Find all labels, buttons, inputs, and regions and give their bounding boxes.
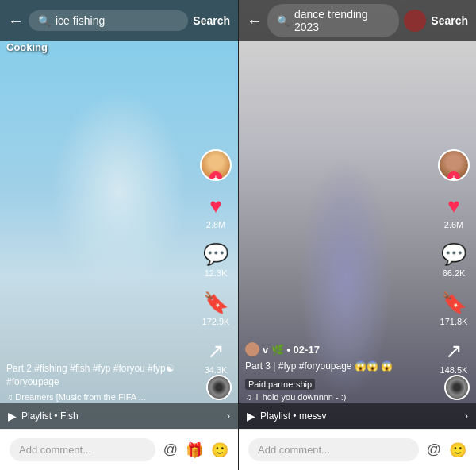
share-btn-left[interactable]: ↗ 34.3K [205,339,228,375]
search-input-wrapper-right: 🔍 dance trending 2023 [267,4,399,37]
comment-btn-left[interactable]: 💬 12.3K [203,242,228,278]
bookmark-btn-right[interactable]: 🔖 171.8K [440,291,468,326]
right-panel: ← 🔍 dance trending 2023 Search + ♥ 2.6M … [238,0,476,470]
playlist-icon-right: ▶ [247,410,255,422]
action-buttons-left: + ♥ 2.8M 💬 12.3K 🔖 172.9K ↗ 34.3K [200,149,232,375]
search-bar-left: ← 🔍 ice fishing Search [0,0,238,41]
video-music-left: ♫ Dreamers [Music from the FIFA ... [6,392,190,402]
search-query-left[interactable]: ice fishing [56,14,178,27]
music-disc-left [206,375,232,400]
search-icon-left: 🔍 [38,15,51,27]
heart-icon-right: ♥ [447,194,459,218]
like-count-left: 2.8M [206,220,225,229]
share-btn-right[interactable]: ↗ 148.5K [440,339,468,375]
search-button-left[interactable]: Search [193,14,230,27]
search-icon-right: 🔍 [277,15,290,27]
avatar-container-right[interactable]: + [438,149,470,181]
like-count-right: 2.6M [444,220,463,229]
bookmark-icon-right: 🔖 [441,291,466,315]
like-btn-right[interactable]: ♥ 2.6M [444,194,463,229]
video-description-left: Part 2 #fishing #fish #fyp #foryou #fyp☯… [6,362,190,389]
share-count-left: 34.3K [205,365,228,375]
bookmark-btn-left[interactable]: 🔖 172.9K [202,291,230,326]
comment-input-right[interactable]: Add comment... [248,438,419,461]
bookmark-icon-left: 🔖 [203,291,228,315]
comment-bar-right: Add comment... @ 🙂 [239,429,476,470]
comment-count-right: 66.2K [443,268,466,278]
action-buttons-right: + ♥ 2.6M 💬 66.2K 🔖 171.8K ↗ 148.5K [438,149,470,375]
playlist-icon-left: ▶ [8,410,17,422]
playlist-chevron-left: › [227,410,230,422]
at-icon-right[interactable]: @ [427,441,441,458]
back-button-right[interactable]: ← [247,12,263,30]
video-music-right: ♫ ill hold you downnnn - :) [245,392,428,402]
video-username-right: v 🌿 • 02-17 [245,342,428,356]
user-avatar-search-right [404,10,426,32]
comment-icon-left: 💬 [203,242,228,267]
paid-partnership-badge: Paid partnership [245,379,315,390]
search-bar-right: ← 🔍 dance trending 2023 Search [239,0,476,41]
comment-icons-left: @ 🎁 🙂 [163,441,228,459]
left-panel: Cooking ← 🔍 ice fishing Search + ♥ 2.8M … [0,0,238,470]
share-icon-right: ↗ [445,339,463,364]
like-btn-left[interactable]: ♥ 2.8M [206,194,225,229]
share-icon-left: ↗ [207,339,225,364]
comment-btn-right[interactable]: 💬 66.2K [441,242,466,278]
search-button-right[interactable]: Search [431,14,468,27]
video-info-left: Part 2 #fishing #fish #fyp #foryou #fyp☯… [6,362,190,402]
avatar-left[interactable]: + [200,149,232,181]
playlist-bar-left[interactable]: ▶ Playlist • Fish › [0,403,238,429]
heart-icon-left: ♥ [209,194,221,218]
music-disc-right [444,375,470,400]
avatar-container-left[interactable]: + [200,149,232,181]
gift-icon-left[interactable]: 🎁 [186,441,203,459]
playlist-bar-right[interactable]: ▶ Playlist • messv › [239,403,476,429]
avatar-right[interactable]: + [438,149,470,181]
at-icon-left[interactable]: @ [163,441,178,458]
playlist-label-left: Playlist • Fish [21,410,222,422]
bookmark-count-right: 171.8K [440,317,468,326]
user-avatar-small-right [245,342,259,356]
playlist-label-right: Playlist • messv [260,410,460,422]
follow-plus-right: + [447,171,460,181]
follow-plus-left: + [209,171,222,181]
comment-count-left: 12.3K [205,268,228,278]
emoji-icon-left[interactable]: 🙂 [211,441,228,459]
back-button-left[interactable]: ← [8,12,24,30]
comment-bar-left: Add comment... @ 🎁 🙂 [0,429,238,470]
comment-icon-right: 💬 [441,242,466,267]
search-query-right[interactable]: dance trending 2023 [294,8,390,33]
share-count-right: 148.5K [440,365,468,375]
video-description-right: Part 3 | #fyp #foryoupage 😱😱 😱 [245,360,428,373]
playlist-chevron-right: › [465,410,468,422]
search-input-wrapper-left: 🔍 ice fishing [29,10,188,31]
comment-input-left[interactable]: Add comment... [10,438,155,461]
bookmark-count-left: 172.9K [202,317,230,326]
emoji-icon-right[interactable]: 🙂 [449,441,466,459]
cooking-label: Cooking [6,41,48,53]
comment-icons-right: @ 🙂 [427,441,466,459]
video-info-right: v 🌿 • 02-17 Part 3 | #fyp #foryoupage 😱😱… [245,342,428,402]
